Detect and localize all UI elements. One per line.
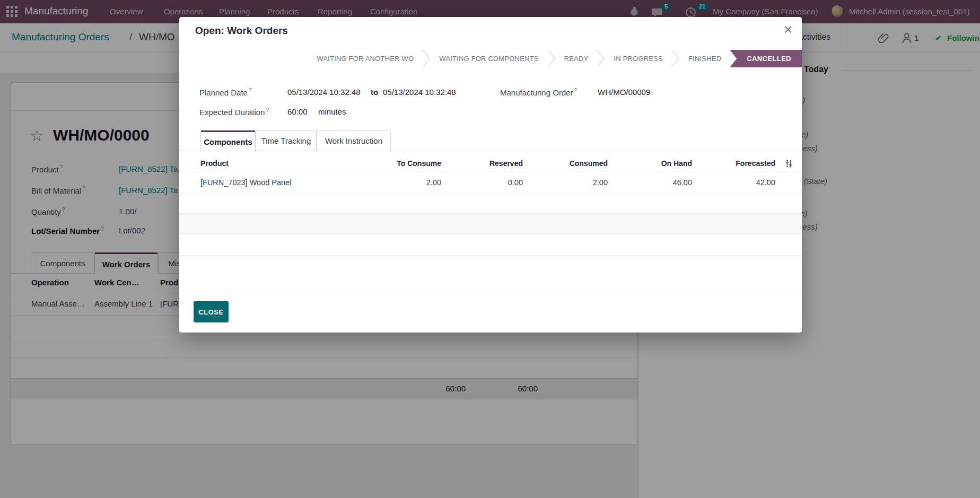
component-consumed[interactable]: 2.00 xyxy=(523,171,608,194)
step-separator-icon xyxy=(671,50,680,67)
expected-duration-unit: minutes xyxy=(318,107,346,116)
work-orders-modal: Open: Work Orders × WAITING FOR ANOTHER … xyxy=(179,17,802,333)
col-forecasted[interactable]: Forecasted xyxy=(692,156,775,171)
col-on-hand[interactable]: On Hand xyxy=(608,156,692,171)
planned-date-end[interactable]: 05/13/2024 10:32:48 xyxy=(383,88,456,97)
status-waiting-another-wo[interactable]: WAITING FOR ANOTHER WO xyxy=(308,50,422,67)
component-forecasted[interactable]: 42.00 xyxy=(692,171,775,194)
step-separator-icon xyxy=(422,50,431,67)
help-marker: ? xyxy=(266,107,269,113)
manufacturing-order-link[interactable]: WH/MO/00009 xyxy=(598,88,650,97)
step-separator-icon xyxy=(597,50,605,67)
modal-title: Open: Work Orders xyxy=(195,25,288,37)
status-cancelled-active[interactable]: CANCELLED xyxy=(730,50,802,67)
status-finished[interactable]: FINISHED xyxy=(680,50,730,67)
component-to-consume[interactable]: 2.00 xyxy=(356,171,441,194)
modal-footer-divider xyxy=(179,292,802,292)
optional-columns-icon[interactable] xyxy=(785,160,793,168)
component-reserved[interactable]: 0.00 xyxy=(441,171,523,194)
col-consumed[interactable]: Consumed xyxy=(523,156,608,171)
empty-table-row xyxy=(179,214,802,234)
optional-columns-cell xyxy=(775,156,802,171)
empty-table-row xyxy=(179,234,802,256)
col-to-consume[interactable]: To Consume xyxy=(356,156,441,171)
component-row[interactable]: [FURN_7023] Wood Panel 2.00 0.00 2.00 46… xyxy=(179,171,802,194)
step-separator-icon xyxy=(547,50,556,67)
tab-time-tracking[interactable]: Time Tracking xyxy=(256,130,317,151)
manufacturing-order-label: Manufacturing Order? xyxy=(500,88,577,97)
status-waiting-components[interactable]: WAITING FOR COMPONENTS xyxy=(431,50,547,67)
close-icon[interactable]: × xyxy=(784,22,792,37)
tab-work-instruction[interactable]: Work Instruction xyxy=(317,130,391,151)
status-ready[interactable]: READY xyxy=(556,50,597,67)
tab-components[interactable]: Components xyxy=(200,130,256,152)
help-marker: ? xyxy=(574,88,578,93)
planned-date-start[interactable]: 05/13/2024 10:32:48 xyxy=(287,88,361,97)
expected-duration-value[interactable]: 60:00 xyxy=(287,107,308,116)
empty-table-row xyxy=(179,194,802,214)
planned-date-label: Planned Date? xyxy=(199,88,251,97)
col-product[interactable]: Product xyxy=(179,156,356,171)
expected-duration-label: Expected Duration? xyxy=(199,107,269,117)
screen: Manufacturing Overview Operations Planni… xyxy=(0,0,980,498)
status-in-progress[interactable]: IN PROGRESS xyxy=(605,50,671,67)
component-on-hand[interactable]: 46.00 xyxy=(608,171,692,194)
help-marker: ? xyxy=(249,88,252,93)
components-table-header: Product To Consume Reserved Consumed On … xyxy=(179,156,802,171)
row-icon-spacer xyxy=(775,171,802,194)
date-range-separator: to xyxy=(371,88,378,97)
close-button[interactable]: CLOSE xyxy=(194,301,229,322)
component-product[interactable]: [FURN_7023] Wood Panel xyxy=(179,171,356,194)
col-reserved[interactable]: Reserved xyxy=(441,156,523,171)
table-bottom-border xyxy=(179,256,802,256)
status-bar: WAITING FOR ANOTHER WO WAITING FOR COMPO… xyxy=(308,50,802,67)
